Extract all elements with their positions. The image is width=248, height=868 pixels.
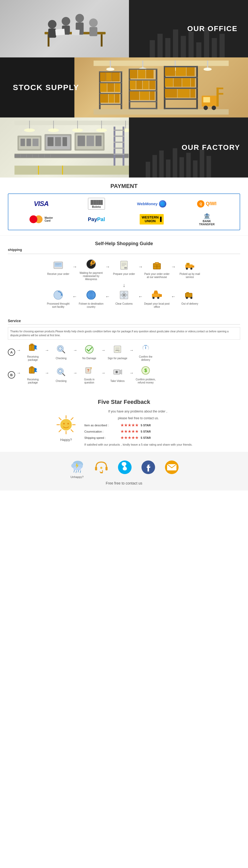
contact-row: Unhappy? (8, 457, 240, 478)
svg-rect-167 (186, 263, 189, 266)
visa-logo: VISA (34, 200, 49, 208)
warehouse-illustration (83, 61, 239, 115)
western-union-payment: WESTERN UNION (136, 214, 167, 225)
svg-rect-72 (164, 88, 198, 89)
svg-line-224 (71, 418, 73, 420)
svg-rect-50 (115, 94, 120, 102)
svg-point-5 (62, 17, 70, 25)
factory-label: OUR FACTORY (182, 143, 240, 152)
svg-rect-129 (114, 127, 115, 166)
sa-receive: 👤 Receiving package (23, 343, 43, 362)
arrow-4: → (171, 264, 176, 270)
wu-union: UNION (145, 219, 156, 223)
sa-nodamage: No Damage (79, 344, 100, 360)
stock-photo (74, 57, 248, 118)
sun-icon (56, 414, 76, 435)
factory-illustration (7, 121, 142, 175)
svg-rect-54 (129, 80, 157, 81)
svg-rect-79 (174, 78, 182, 87)
svg-point-103 (96, 128, 107, 132)
bank-transfer-logo: 🏦 BANKTRANSFER (199, 213, 215, 226)
svg-rect-19 (196, 42, 202, 57)
sort-label: Processed throught sort facility (45, 302, 71, 310)
svg-point-3 (48, 20, 56, 28)
flow-row-1: Receive your order → $ $ Waiting for pay… (8, 258, 240, 281)
svg-rect-67 (150, 91, 155, 100)
svg-rect-142 (186, 153, 191, 178)
svg-line-235 (76, 471, 76, 473)
sa-sign: Sign for package (107, 344, 128, 360)
svg-rect-204 (31, 367, 33, 368)
skype-icon (117, 460, 133, 475)
svg-rect-119 (86, 135, 94, 146)
mastercard-logo: MasterCard (30, 215, 53, 223)
svg-rect-34 (121, 71, 122, 109)
office-label: OUR OFFICE (187, 25, 238, 33)
svg-text:?: ? (90, 367, 92, 370)
svg-rect-30 (207, 61, 208, 69)
western-union-logo: WESTERN UNION (140, 214, 164, 225)
service-note: Thanks for choosing apeman products.Plea… (8, 327, 240, 340)
svg-rect-82 (165, 89, 177, 97)
svg-rect-10 (89, 27, 97, 36)
guide-section: Self-Help Shopping Guide shipping Receiv… (0, 236, 248, 316)
happy-label: Happy? (60, 438, 72, 442)
flow-pack: Pack your order order at our warehouse (144, 259, 170, 280)
svg-point-31 (204, 67, 212, 70)
sa-check-label: Checking (56, 357, 67, 360)
payment-box: VISA ||||||||||||| Boleto WebMoney 🌐 Q Q… (8, 193, 240, 230)
sa-check: Checking (51, 344, 71, 360)
flow-down-arrow: ↓ (8, 282, 240, 288)
webmoney-globe: 🌐 (159, 200, 166, 208)
scenario-a-badge: A (8, 348, 15, 356)
out-delivery-label: Out of delivery (181, 302, 198, 310)
unhappy-item: Unhappy? (69, 457, 86, 478)
wu-western: WESTERN (142, 216, 159, 219)
scenario-b-flow: 👤 Receiving package → Checking → (23, 366, 156, 384)
svg-point-240 (100, 467, 102, 469)
svg-rect-89 (217, 88, 219, 106)
fivestar-subtitle-1: If you have any problems about the order… (84, 409, 192, 414)
svg-rect-26 (142, 61, 143, 69)
svg-point-166 (190, 268, 192, 270)
flow-customs: Clear Customs (111, 289, 137, 310)
sa-arrow-3: → (101, 348, 105, 353)
svg-rect-95 (14, 121, 134, 125)
svg-text:$: $ (144, 368, 147, 373)
flow-depart: Depart your local post office (144, 289, 170, 310)
svg-rect-173 (159, 294, 162, 297)
flow-pack-label: Pack your order order at our warehouse (144, 273, 170, 280)
bank-icon: 🏦 (204, 213, 210, 220)
svg-rect-143 (193, 160, 197, 178)
svg-rect-84 (190, 89, 195, 97)
sb-arrow-1: → (45, 371, 49, 375)
svg-rect-164 (192, 266, 194, 268)
sb-arrow-4: → (129, 371, 134, 375)
svg-rect-2 (100, 34, 102, 46)
svg-line-236 (78, 470, 79, 472)
svg-point-88 (212, 105, 216, 110)
skype-item (117, 460, 133, 476)
svg-rect-46 (107, 83, 114, 92)
svg-line-223 (71, 430, 73, 432)
boleto-label: Boleto (92, 205, 101, 208)
sa-nodamage-icon (84, 344, 94, 356)
svg-rect-56 (129, 101, 157, 102)
contact-section: Unhappy? (0, 452, 248, 491)
paypal-payment: PayPal (81, 216, 112, 222)
svg-rect-134 (114, 148, 124, 149)
svg-marker-176 (154, 290, 158, 294)
rating-row-1: Item as described : ★★★★★ 5 STAR (84, 423, 192, 428)
svg-rect-115 (62, 137, 67, 146)
email-icon (164, 460, 180, 475)
wu-text-block: WESTERN UNION (142, 216, 159, 223)
svg-line-237 (80, 471, 81, 473)
rating-row-2: Coumnication : ★★★★★ 5 STAR (84, 429, 192, 434)
svg-line-234 (74, 470, 74, 472)
out-delivery-icon (184, 289, 196, 301)
svg-rect-144 (200, 150, 204, 178)
mc-text: MasterCard (44, 216, 53, 222)
svg-rect-32 (94, 109, 229, 115)
svg-point-97 (24, 128, 35, 132)
svg-rect-13 (150, 40, 155, 57)
